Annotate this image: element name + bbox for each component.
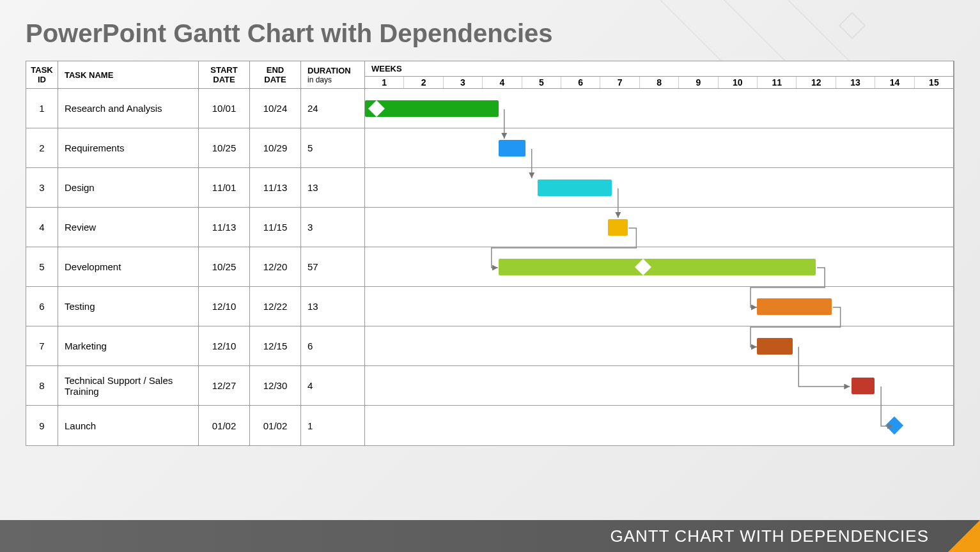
gantt-cell: [365, 366, 954, 405]
week-num: 11: [758, 77, 797, 88]
gantt-cell: [365, 168, 954, 207]
task-row: 2 Requirements 10/25 10/29 5: [26, 128, 954, 168]
task-row: 9 Launch 01/02 01/02 1: [26, 406, 954, 445]
task-id: 5: [26, 247, 58, 286]
gantt-cell: [365, 89, 954, 128]
task-end: 01/02: [250, 406, 301, 445]
week-num: 4: [483, 77, 522, 88]
header-duration-label: DURATION: [307, 66, 351, 75]
task-end: 10/24: [250, 89, 301, 128]
gantt-cell: [365, 287, 954, 326]
task-start: 01/02: [199, 406, 250, 445]
week-num: 13: [836, 77, 875, 88]
task-duration: 6: [301, 326, 365, 365]
task-end: 12/15: [250, 326, 301, 365]
week-num: 9: [679, 77, 718, 88]
week-num: 1: [365, 77, 404, 88]
gantt-bar: [757, 338, 792, 355]
gantt-bar: [499, 140, 526, 157]
task-start: 10/01: [199, 89, 250, 128]
task-end: 11/13: [250, 168, 301, 207]
task-id: 7: [26, 326, 58, 365]
gantt-cell: [365, 208, 954, 247]
task-name: Research and Analysis: [58, 89, 199, 128]
gantt-cell: [365, 406, 954, 445]
gantt-bar: [365, 100, 499, 117]
gantt-bar: [538, 180, 612, 196]
task-id: 9: [26, 406, 58, 445]
header-task-id: TASK ID: [26, 61, 58, 88]
week-num: 3: [444, 77, 483, 88]
week-num: 2: [404, 77, 443, 88]
task-duration: 3: [301, 208, 365, 247]
task-end: 12/20: [250, 247, 301, 286]
header-task-name: TASK NAME: [58, 61, 199, 88]
task-name: Requirements: [58, 128, 199, 167]
task-name: Review: [58, 208, 199, 247]
task-name: Testing: [58, 287, 199, 326]
week-num: 5: [522, 77, 561, 88]
gantt-bar: [499, 259, 816, 275]
header-row: TASK ID TASK NAME START DATE END DATE DU…: [26, 61, 954, 89]
task-rows: 1 Research and Analysis 10/01 10/24 24 2…: [26, 89, 954, 445]
task-id: 2: [26, 128, 58, 167]
task-name: Development: [58, 247, 199, 286]
week-num: 12: [797, 77, 836, 88]
week-num: 7: [600, 77, 639, 88]
week-num: 8: [640, 77, 679, 88]
header-duration-sub: in days: [307, 75, 332, 84]
weeks-label: WEEKS: [365, 61, 953, 77]
task-start: 11/01: [199, 168, 250, 207]
footer-text: GANTT CHART WITH DEPENDENCIES: [611, 526, 929, 546]
launch-milestone-icon: [885, 417, 903, 434]
week-num: 6: [561, 77, 600, 88]
task-name: Marketing: [58, 326, 199, 365]
gantt-chart: TASK ID TASK NAME START DATE END DATE DU…: [26, 61, 954, 446]
task-id: 1: [26, 89, 58, 128]
page-title: PowerPoint Gantt Chart with Dependencies: [0, 0, 980, 61]
task-duration: 1: [301, 406, 365, 445]
week-num: 10: [719, 77, 758, 88]
task-start: 12/27: [199, 366, 250, 405]
task-duration: 57: [301, 247, 365, 286]
task-duration: 24: [301, 89, 365, 128]
week-numbers: 123456789101112131415: [365, 77, 953, 88]
task-id: 6: [26, 287, 58, 326]
gantt-bar: [852, 378, 875, 394]
task-end: 10/29: [250, 128, 301, 167]
footer-accent-icon: [948, 520, 980, 552]
task-duration: 13: [301, 168, 365, 207]
task-start: 12/10: [199, 287, 250, 326]
task-id: 3: [26, 168, 58, 207]
task-start: 10/25: [199, 247, 250, 286]
task-start: 12/10: [199, 326, 250, 365]
header-duration: DURATION in days: [301, 61, 365, 88]
task-row: 3 Design 11/01 11/13 13: [26, 168, 954, 208]
gantt-cell: [365, 128, 954, 167]
header-end-date: END DATE: [250, 61, 301, 88]
footer-bar: GANTT CHART WITH DEPENDENCIES: [0, 520, 980, 552]
task-row: 4 Review 11/13 11/15 3: [26, 208, 954, 247]
gantt-cell: [365, 326, 954, 365]
week-num: 15: [915, 77, 953, 88]
task-start: 10/25: [199, 128, 250, 167]
week-num: 14: [875, 77, 914, 88]
task-name: Technical Support / Sales Training: [58, 366, 199, 405]
task-end: 12/30: [250, 366, 301, 405]
task-name: Design: [58, 168, 199, 207]
task-end: 11/15: [250, 208, 301, 247]
task-id: 4: [26, 208, 58, 247]
task-duration: 5: [301, 128, 365, 167]
task-name: Launch: [58, 406, 199, 445]
header-weeks: WEEKS 123456789101112131415: [365, 61, 954, 88]
task-row: 1 Research and Analysis 10/01 10/24 24: [26, 89, 954, 128]
task-row: 8 Technical Support / Sales Training 12/…: [26, 366, 954, 406]
task-end: 12/22: [250, 287, 301, 326]
gantt-bar: [757, 298, 832, 315]
task-row: 5 Development 10/25 12/20 57: [26, 247, 954, 287]
task-row: 6 Testing 12/10 12/22 13: [26, 287, 954, 326]
task-duration: 13: [301, 287, 365, 326]
gantt-cell: [365, 247, 954, 286]
gantt-bar: [608, 219, 628, 236]
task-row: 7 Marketing 12/10 12/15 6: [26, 326, 954, 366]
